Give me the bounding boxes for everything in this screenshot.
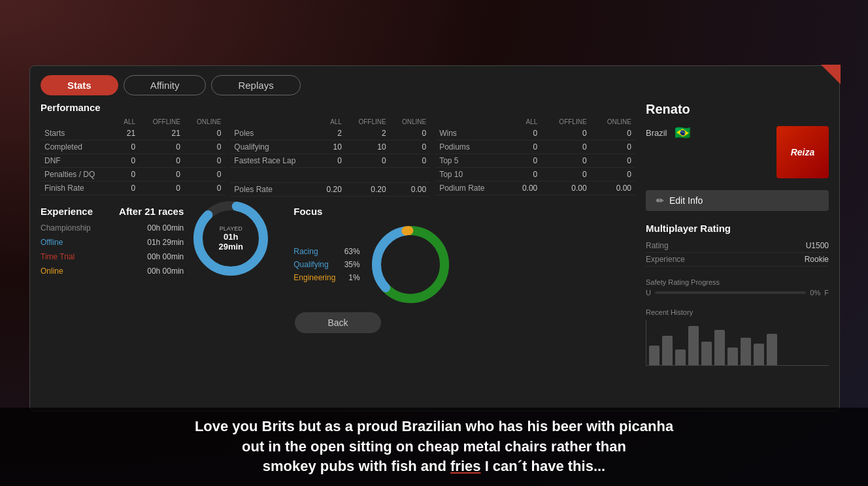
player-name: Renato <box>646 102 829 117</box>
table-row: Finish Rate 0 0 0 <box>41 182 225 195</box>
history-chart <box>646 320 829 366</box>
perf-middle-group: ALL OFFLINE ONLINE Poles 2 2 <box>230 117 430 197</box>
history-bar <box>754 344 764 365</box>
edit-info-label: Edit Info <box>669 195 703 206</box>
table-row: Starts 21 21 0 <box>41 127 225 140</box>
edit-info-button[interactable]: ✏ Edit Info <box>646 190 829 211</box>
focus-title: Focus <box>293 206 635 217</box>
header-all-1: ALL <box>114 117 139 127</box>
safety-f-label: F <box>824 289 829 297</box>
tab-stats[interactable]: Stats <box>41 75 118 95</box>
history-bar <box>675 349 686 365</box>
header-offline-1: OFFLINE <box>139 117 184 127</box>
table-row: Qualifying 10 10 0 <box>230 140 430 154</box>
caption-line2: out in the open sitting on cheap metal c… <box>242 438 626 455</box>
experience-donut: PLAYED 01h 29min <box>192 199 270 278</box>
back-button-container: Back <box>41 307 635 341</box>
history-bar <box>688 326 699 365</box>
safety-bar-container: U 0% F <box>646 289 829 297</box>
caption-text: Love you Brits but as a proud Brazilian … <box>195 417 673 477</box>
content-area: Performance ALL OFFLINE ONLINE <box>30 102 839 411</box>
bottom-row: Experience After 21 races Championship 0… <box>41 206 635 307</box>
caption-line3-suffix: I can´t have this... <box>481 458 606 474</box>
caption-line3-prefix: smokey pubs with fish and <box>263 458 450 474</box>
player-info-row: Brazil 🇧🇷 <box>646 126 692 139</box>
main-panel: Stats Affinity Replays Performance <box>29 65 840 412</box>
left-stats-panel: Performance ALL OFFLINE ONLINE <box>41 102 635 404</box>
table-row: DNF 0 0 0 <box>41 154 225 168</box>
mp-experience-label: Experience <box>646 255 685 264</box>
experience-title: Experience <box>41 206 93 217</box>
focus-list: Racing 63% Qualifying 35% Engineering 1% <box>293 245 359 284</box>
focus-row-racing: Racing 63% <box>293 245 359 258</box>
mp-rating-value: U1500 <box>806 241 829 250</box>
mp-experience-row: Experience Rookie <box>646 253 829 267</box>
performance-section: Performance ALL OFFLINE ONLINE <box>41 102 635 197</box>
history-bar <box>727 348 738 365</box>
history-bar <box>741 338 751 365</box>
caption-fries: fries <box>450 458 480 474</box>
focus-row-qualifying: Qualifying 35% <box>293 258 359 271</box>
pencil-icon: ✏ <box>656 195 664 206</box>
history-bar <box>767 334 777 365</box>
exp-row-offline: Offline 01h 29min <box>41 236 184 248</box>
mp-rating-label: Rating <box>646 241 669 250</box>
table-row: Podiums 0 0 0 <box>435 140 635 154</box>
table-row: Poles 2 2 0 <box>230 127 430 140</box>
safety-bar <box>655 291 806 294</box>
back-button[interactable]: Back <box>295 312 380 333</box>
table-row: Penalties / DQ 0 0 0 <box>41 168 225 182</box>
table-row: Top 5 0 0 0 <box>435 154 635 168</box>
experience-section: Experience After 21 races Championship 0… <box>41 206 270 278</box>
table-row: Podium Rate 0.00 0.00 0.00 <box>435 182 635 195</box>
table-row <box>230 168 430 183</box>
safety-rating-label: Safety Rating Progress <box>646 278 829 286</box>
focus-donut <box>368 222 453 307</box>
exp-row-championship: Championship 00h 00min <box>41 222 184 234</box>
header-online-1: ONLINE <box>184 117 225 127</box>
tabs-row: Stats Affinity Replays <box>30 66 839 102</box>
header-all-2: ALL <box>317 117 346 127</box>
table-row: Poles Rate 0.20 0.20 0.00 <box>230 183 430 197</box>
table-row: Top 10 0 0 0 <box>435 168 635 182</box>
mp-title: Multiplayer Rating <box>646 223 829 234</box>
corner-accent <box>821 65 841 84</box>
header-offline-3: OFFLINE <box>541 117 590 127</box>
country-name: Brazil <box>646 128 667 138</box>
focus-section: Focus Racing 63% Qualifying 35% <box>293 206 635 307</box>
caption-overlay: Love you Brits but as a proud Brazilian … <box>0 408 868 486</box>
table-row: Fastest Race Lap 0 0 0 <box>230 154 430 168</box>
table-row: Completed 0 0 0 <box>41 140 225 154</box>
brazil-flag-icon: 🇧🇷 <box>674 126 692 139</box>
perf-left-group: ALL OFFLINE ONLINE Starts 21 21 <box>41 117 225 197</box>
right-panel: Renato Brazil 🇧🇷 Reiza ✏ Edit Info Multi… <box>646 102 829 404</box>
recent-history-section: Recent History <box>646 308 829 366</box>
focus-row-engineering: Engineering 1% <box>293 271 359 284</box>
exp-row-timetrial: Time Trial 00h 00min <box>41 251 184 263</box>
header-online-2: ONLINE <box>390 117 431 127</box>
tab-replays[interactable]: Replays <box>211 75 300 95</box>
history-bar <box>662 336 673 365</box>
history-bar <box>714 330 725 365</box>
safety-percent: 0% <box>810 289 820 297</box>
safety-u-label: U <box>646 289 651 297</box>
history-title: Recent History <box>646 308 829 316</box>
caption-line1: Love you Brits but as a proud Brazilian … <box>195 418 673 434</box>
header-all-3: ALL <box>509 117 541 127</box>
performance-title: Performance <box>41 102 635 113</box>
header-online-3: ONLINE <box>591 117 635 127</box>
mp-experience-value: Rookie <box>805 255 829 264</box>
experience-subtitle: After 21 races <box>119 206 184 217</box>
header-offline-2: OFFLINE <box>346 117 390 127</box>
history-bar <box>649 346 659 365</box>
perf-right-group: ALL OFFLINE ONLINE Wins 0 0 <box>435 117 635 197</box>
tab-affinity[interactable]: Affinity <box>124 75 207 95</box>
team-logo-text: Reiza <box>791 147 815 157</box>
team-logo: Reiza <box>776 126 829 178</box>
mp-rating-row: Rating U1500 <box>646 239 829 253</box>
history-bar <box>701 342 712 365</box>
multiplayer-section: Multiplayer Rating Rating U1500 Experien… <box>646 223 829 267</box>
safety-rating-section: Safety Rating Progress U 0% F <box>646 278 829 297</box>
donut-center: PLAYED 01h 29min <box>211 225 250 251</box>
table-row: Wins 0 0 0 <box>435 127 635 140</box>
